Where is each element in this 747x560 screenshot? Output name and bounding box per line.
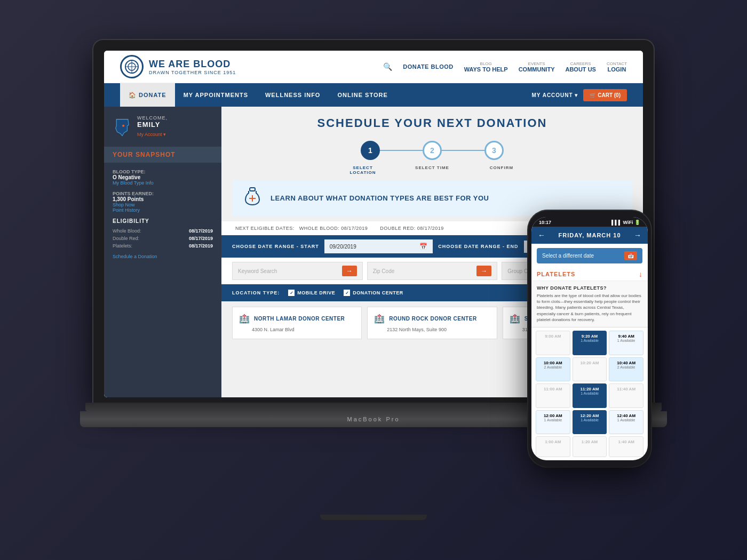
sidebar-profile: WELCOME, EMILY My Account ▾ <box>104 107 221 147</box>
phone-type-label: PLATELETS <box>537 271 575 277</box>
logo-icon <box>120 55 144 78</box>
top-nav-login-label: LOGIN <box>608 66 626 73</box>
logo-area: WE ARE BLOOD DRAWN TOGETHER SINCE 1951 <box>120 55 236 78</box>
main-navigation: 🏠 DONATE MY APPOINTMENTS WELLNESS INFO O… <box>104 83 643 107</box>
top-nav-blog-label: BLOG <box>480 61 492 66</box>
time-slot-8[interactable]: 11:40 AM <box>609 383 643 408</box>
search-icon[interactable]: 🔍 <box>383 62 392 71</box>
schedule-title: SCHEDULE YOUR NEXT DONATION <box>227 116 638 130</box>
phone-status-icons: ▌▌▌ WiFi 🔋 <box>611 220 640 225</box>
double-red-elig-label: Double Red: <box>113 236 139 241</box>
top-nav-events-label: EVENTS <box>528 61 545 66</box>
zip-code-field[interactable]: Zip Code → <box>367 262 498 280</box>
time-slot-7[interactable]: 11:20 AM1 Available <box>573 383 607 408</box>
svg-rect-3 <box>250 188 255 191</box>
logo-main-text: WE ARE BLOOD <box>149 59 236 70</box>
zip-search-arrow[interactable]: → <box>476 266 491 276</box>
top-nav-community-label: COMMUNITY <box>519 66 555 73</box>
donor-card-name-1: NORTH LAMAR DONOR CENTER <box>254 316 345 322</box>
date-start-input[interactable]: 09/20/2019 📅 <box>324 239 433 253</box>
point-history-link[interactable]: Point History <box>113 207 213 213</box>
sidebar: WELCOME, EMILY My Account ▾ YOUR SNAPSHO… <box>104 107 221 397</box>
platelets-elig-date: 08/17/2019 <box>189 243 213 249</box>
time-slot-5[interactable]: 10:40 AM2 Available <box>609 357 643 382</box>
main-nav-appointments[interactable]: MY APPOINTMENTS <box>175 83 257 107</box>
main-nav-donate[interactable]: 🏠 DONATE <box>120 83 175 107</box>
donor-card-icon-2: 🏥 <box>374 314 385 324</box>
eligibility-title: ELIGIBILITY <box>113 218 213 224</box>
my-account-link[interactable]: My Account ▾ <box>137 132 166 137</box>
time-slot-0[interactable]: 9:00 AM <box>536 331 570 355</box>
cart-button[interactable]: 🛒 CART (0) <box>583 89 627 101</box>
phone-screen: 10:17 ▌▌▌ WiFi 🔋 ← FRIDAY, MARCH 10 → Se… <box>531 217 648 460</box>
points-label: Points Earned: <box>113 191 213 196</box>
mobile-drive-checkbox[interactable]: ✓ <box>288 290 295 296</box>
top-nav-ways-label: WAYS TO HELP <box>464 66 508 73</box>
time-slot-2[interactable]: 9:40 AM1 Available <box>609 331 643 355</box>
time-slot-9[interactable]: 12:00 AM1 Available <box>536 410 570 435</box>
main-nav-wellness[interactable]: WELLNESS INFO <box>257 83 329 107</box>
main-nav-store[interactable]: ONLINE STORE <box>329 83 396 107</box>
top-nav-community[interactable]: EVENTS COMMUNITY <box>519 61 555 73</box>
keyword-placeholder: Keyword Search <box>238 268 277 274</box>
phone-date-selector[interactable]: Select a different date 📅 <box>537 248 642 263</box>
top-nav-about[interactable]: CAREERS ABOUT US <box>565 61 595 73</box>
blood-type-value: O Negative <box>113 174 213 180</box>
donor-card-north-lamar[interactable]: 🏥 NORTH LAMAR DONOR CENTER 4300 N. Lamar… <box>232 307 362 339</box>
donor-card-icon-3: 🏥 <box>510 314 520 324</box>
logo-text: WE ARE BLOOD DRAWN TOGETHER SINCE 1951 <box>149 59 236 75</box>
phone-calendar-button[interactable]: 📅 <box>624 251 637 260</box>
top-nav-about-label: ABOUT US <box>565 66 595 73</box>
texas-icon <box>113 117 132 137</box>
mobile-drive-checkbox-label[interactable]: ✓ MOBILE DRIVE <box>288 290 335 296</box>
phone-platelet-text: Platelets are the type of blood cell tha… <box>537 293 642 323</box>
step-2-label: SELECT TIME <box>414 165 451 175</box>
keyword-search-arrow[interactable]: → <box>342 266 357 276</box>
step-2-circle[interactable]: 2 <box>423 141 442 160</box>
time-slot-11[interactable]: 12:40 AM1 Available <box>609 410 643 435</box>
phone-platelet-title: WHY DONATE PLATELETS? <box>537 285 642 291</box>
donor-card-name-2: ROUND ROCK DONOR CENTER <box>389 316 476 322</box>
top-nav-contact-label: CONTACT <box>607 61 627 66</box>
donation-center-checkbox-label[interactable]: ✓ DONATION CENTER <box>344 290 403 296</box>
schedule-donation-link[interactable]: Schedule a Donation <box>113 254 157 259</box>
phone-status-bar: 10:17 ▌▌▌ WiFi 🔋 <box>531 217 648 227</box>
time-slot-6[interactable]: 11:00 AM <box>536 383 570 408</box>
time-slot-3[interactable]: 10:00 AM2 Available <box>536 357 570 382</box>
shop-link[interactable]: Shop Now <box>113 202 213 207</box>
whole-blood-elig-label: Whole Blood: <box>113 228 141 234</box>
time-slot-13[interactable]: 1:20 AM <box>573 436 607 457</box>
snapshot-body: Blood Type: O Negative My Blood Type Inf… <box>104 163 221 267</box>
top-nav-login[interactable]: CONTACT LOGIN <box>607 61 627 73</box>
platelets-elig-label: Platelets: <box>113 243 132 249</box>
time-slot-12[interactable]: 1:00 AM <box>536 436 570 457</box>
phone-back-arrow[interactable]: ← <box>538 231 545 239</box>
top-nav-donate-blood[interactable]: DONATE BLOOD <box>403 63 453 70</box>
platelets-elig-row: Platelets: 08/17/2019 <box>113 243 213 249</box>
svg-point-2 <box>122 124 124 126</box>
phone-forward-arrow[interactable]: → <box>634 231 641 239</box>
my-account-button[interactable]: MY ACCOUNT ▾ <box>531 92 578 98</box>
top-nav-ways-to-help[interactable]: BLOG WAYS TO HELP <box>464 61 508 73</box>
info-banner-text: LEARN ABOUT WHAT DONATION TYPES ARE BEST… <box>271 194 489 202</box>
time-slot-4[interactable]: 10:20 AM <box>573 357 607 382</box>
phone-type-arrow-down[interactable]: ↓ <box>639 270 642 278</box>
donor-card-round-rock[interactable]: 🏥 ROUND ROCK DONOR CENTER 2132 North May… <box>367 307 497 339</box>
donor-card-addr-2: 2132 North Mays, Suite 900 <box>374 327 490 332</box>
step-line-2-3 <box>442 150 484 151</box>
blood-type-link[interactable]: My Blood Type Info <box>113 180 213 186</box>
step-1-circle[interactable]: 1 <box>361 141 380 160</box>
time-slot-14[interactable]: 1:40 AM <box>609 436 643 457</box>
time-slot-1[interactable]: 9:20 AM1 Available <box>573 331 607 355</box>
phone-platelet-info: WHY DONATE PLATELETS? Platelets are the … <box>531 281 648 327</box>
double-red-elig-date: 08/17/2019 <box>189 236 213 241</box>
keyword-search-field[interactable]: Keyword Search → <box>232 262 363 280</box>
welcome-prefix: WELCOME, <box>137 115 168 121</box>
double-red-elig-row: Double Red: 08/17/2019 <box>113 236 213 241</box>
step-3-circle[interactable]: 3 <box>484 141 504 160</box>
phone-wrapper: 10:17 ▌▌▌ WiFi 🔋 ← FRIDAY, MARCH 10 → Se… <box>528 211 651 467</box>
time-slot-10[interactable]: 12:20 AM1 Available <box>573 410 607 435</box>
points-row: Points Earned: 1,300 Points Shop Now Poi… <box>113 191 213 213</box>
donation-center-checkbox[interactable]: ✓ <box>344 290 350 296</box>
calendar-start-icon: 📅 <box>419 243 427 250</box>
